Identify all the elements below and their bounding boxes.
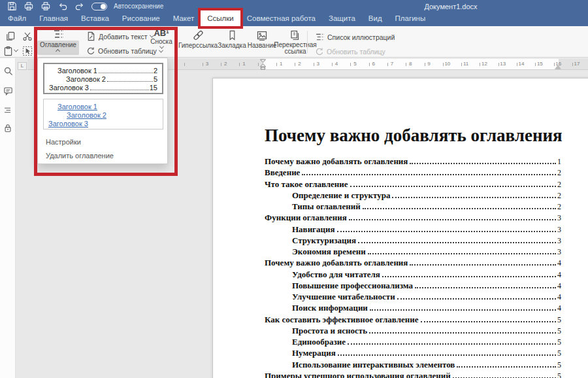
toc-entry-text: Введение [265,167,300,178]
right-indent-marker-icon[interactable] [555,65,561,69]
cross-reference-button[interactable]: Перекрестная ссылка [276,29,315,55]
preview-page-number: 2 [154,67,157,75]
toc-entry-text: Нумерация [292,348,336,358]
print-icon[interactable] [24,1,34,11]
toc-entry-text: Удобство для читателя [292,269,380,280]
preview-heading-link: Заголовок 2 [48,111,158,120]
toc-entry-row[interactable]: Функции оглавления 3 [265,213,561,224]
refresh-figures-table-button-disabled: Обновить таблицу [315,47,385,56]
tab-collaboration[interactable]: Совместная работа [240,10,322,26]
chevron-down-icon [159,44,163,49]
dot-leader [107,81,153,82]
copy-icon[interactable] [3,29,18,43]
references-ribbon: Оглавление Добавить текст Обновить табли… [0,26,588,58]
refresh-icon [86,46,95,56]
caption-button[interactable]: Название [247,29,277,49]
tab-draw[interactable]: Рисование [116,10,167,26]
search-icon[interactable] [2,65,14,77]
dot-leader [90,90,149,90]
toggle-knob [101,4,106,9]
toc-entry-row[interactable]: Структуризация 3 [265,235,561,247]
toc-entry-text: Почему важно добавлять оглавления [265,156,408,167]
quick-print-icon[interactable] [41,1,51,11]
redo-icon[interactable] [74,1,85,11]
toc-entry-row[interactable]: Экономия времени 3 [265,247,561,258]
hyperlink-button[interactable]: Гиперссылка [180,29,216,49]
toc-entry-text: Навигация [292,224,335,235]
toc-entry-row[interactable]: Использование интерактивных элементов 5 [265,360,561,371]
tab-layout[interactable]: Макет [167,10,201,26]
dot-leader [457,366,556,368]
toc-style-classic-option[interactable]: Заголовок 1 2 Заголовок 2 5 Заголовок 3 … [43,63,163,94]
dot-leader [410,264,556,266]
tab-references[interactable]: Ссылки [201,10,240,26]
document-page[interactable]: Почему важно добавлять оглавления Почему… [212,78,588,378]
tab-insert[interactable]: Вставка [74,10,116,26]
toc-entry-page-number: 2 [557,168,561,178]
toc-entry-row[interactable]: Почему важно добавлять оглавления 1 [265,156,561,167]
paste-icon[interactable] [3,44,18,58]
toc-entry-text: Экономия времени [292,247,366,257]
tab-view[interactable]: Вид [362,10,389,26]
toc-style-links-option[interactable]: Заголовок 1 Заголовок 2 Заголовок 3 [43,99,163,129]
tab-file[interactable]: Файл [1,10,33,26]
comments-icon[interactable] [2,85,14,97]
toc-entry-text: Простота и ясность [292,326,367,336]
preview-heading-link: Заголовок 1 [48,103,158,111]
cut-icon[interactable] [20,29,35,43]
select-icon[interactable] [20,44,35,58]
dot-leader [392,197,556,198]
paste-dropdown-chevron-icon[interactable] [14,48,18,52]
tab-home[interactable]: Главная [33,10,74,26]
footnote-button[interactable]: AB¹ Сноска [148,29,175,49]
toc-entry-row[interactable]: Как составить эффективное оглавление 5 [265,315,561,326]
toc-entry-page-number: 2 [557,202,561,212]
toc-entry-text: Типы оглавлений [292,201,361,212]
tab-stop-selector[interactable]: L [18,62,27,70]
toc-entry-page-number: 5 [557,349,561,358]
toc-entry-row[interactable]: Повышение профессионализма 4 [265,281,561,292]
dot-leader [415,287,556,288]
navigation-headings-icon[interactable] [2,104,14,116]
toc-entry-text: Определение и структура [292,190,390,201]
toc-entry-text: Поиск информации [292,303,368,313]
toc-entry-row[interactable]: Определение и структура 2 [265,190,561,201]
app-window: Автосохранение Документ1.docx Файл Главн… [0,0,588,378]
bookmark-icon [227,29,238,41]
bookmark-button[interactable]: Закладка [217,29,247,49]
toc-entry-row[interactable]: Единообразие 5 [265,337,561,348]
toc-entry-page-number: 3 [557,213,561,223]
toc-entry-row[interactable]: Навигация 3 [265,224,561,235]
toc-entry-row[interactable]: Удобство для читателя 4 [265,269,561,281]
tab-plugins[interactable]: Плагины [389,10,433,26]
toc-entry-row[interactable]: Что такое оглавление 2 [265,179,561,190]
toc-entry-page-number: 3 [557,225,561,235]
toc-entry-row[interactable]: Поиск информации 4 [265,303,561,314]
toc-entry-row[interactable]: Улучшение читабельности 4 [265,292,561,303]
figures-list-label: Список иллюстраций [327,33,395,41]
save-icon[interactable] [7,1,17,11]
toc-remove-menu-item[interactable]: Удалить оглавление [46,152,114,160]
document-heading[interactable]: Почему важно добавлять оглавления [265,126,578,146]
left-sidebar [0,58,16,378]
document-toc-field[interactable]: Почему важно добавлять оглавления 1 Введ… [265,156,561,378]
preview-heading-label: Заголовок 1 [57,67,97,75]
protection-lock-icon[interactable] [2,122,14,133]
toc-settings-menu-item[interactable]: Настройки [46,138,81,146]
toc-entry-row[interactable]: Типы оглавлений 2 [265,201,561,213]
toc-entry-text: Что такое оглавление [265,179,348,190]
toc-entry-row[interactable]: Почему важно добавлять оглавления 4 [265,258,561,269]
toc-entry-row[interactable]: Нумерация 5 [265,348,561,359]
autosave-toggle[interactable] [91,3,107,10]
refresh-icon [315,47,324,56]
tab-protection[interactable]: Защита [322,10,362,26]
table-of-contents-button[interactable]: Оглавление [37,28,80,55]
toc-entry-row[interactable]: Примеры успешного использования оглавлен… [265,371,561,378]
indent-marker-icon[interactable] [259,59,267,70]
toolbar-separator [307,31,308,53]
figures-list-button[interactable]: Список иллюстраций [315,32,395,42]
undo-icon[interactable] [57,1,68,11]
add-text-button[interactable]: Добавить текст [86,31,154,41]
toc-entry-row[interactable]: Простота и ясность 5 [265,326,561,337]
toc-entry-row[interactable]: Введение 2 [265,167,561,179]
